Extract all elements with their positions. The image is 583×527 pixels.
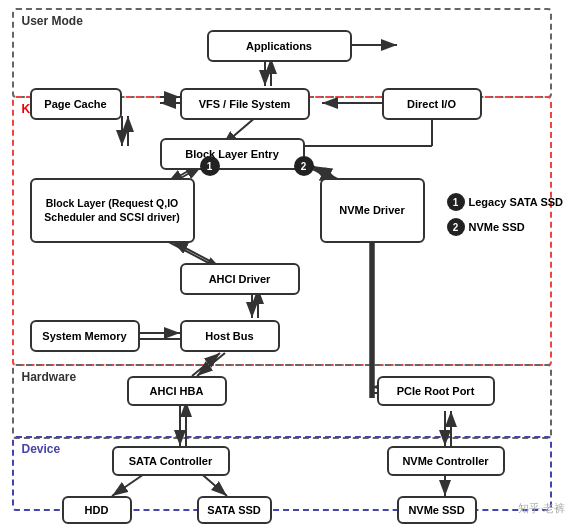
ahci-driver-box: AHCI Driver: [180, 263, 300, 295]
block-layer-entry-box: Block Layer Entry: [160, 138, 305, 170]
legend-circle-1-diagram: 1: [200, 156, 220, 176]
applications-box: Applications: [207, 30, 352, 62]
legend-label-1: Legacy SATA SSD: [469, 196, 564, 208]
nvme-controller-box: NVMe Controller: [387, 446, 505, 476]
legend-circle-1: 1: [447, 193, 465, 211]
hardware-label: Hardware: [22, 370, 77, 384]
ahci-hba-box: AHCI HBA: [127, 376, 227, 406]
legend-label-2: NVMe SSD: [469, 221, 525, 233]
hdd-box: HDD: [62, 496, 132, 524]
diagram-container: User Mode Kernel Mode Hardware Device: [12, 8, 572, 518]
nvme-driver-box: NVMe Driver: [320, 178, 425, 243]
page-cache-box: Page Cache: [30, 88, 122, 120]
system-memory-box: System Memory: [30, 320, 140, 352]
legend-item-2: 2 NVMe SSD: [447, 218, 525, 236]
block-layer-box: Block Layer (Request Q,IO Scheduler and …: [30, 178, 195, 243]
direct-io-box: Direct I/O: [382, 88, 482, 120]
legend-item-1: 1 Legacy SATA SSD: [447, 193, 564, 211]
legend-circle-2: 2: [447, 218, 465, 236]
sata-ssd-box: SATA SSD: [197, 496, 272, 524]
host-bus-box: Host Bus: [180, 320, 280, 352]
vfs-box: VFS / File System: [180, 88, 310, 120]
user-mode-label: User Mode: [22, 14, 83, 28]
nvme-ssd-box: NVMe SSD: [397, 496, 477, 524]
sata-controller-box: SATA Controller: [112, 446, 230, 476]
legend-circle-2-diagram: 2: [294, 156, 314, 176]
watermark: 知乎·老裤: [518, 501, 565, 516]
device-label: Device: [22, 442, 61, 456]
pcie-root-box: PCIe Root Port: [377, 376, 495, 406]
